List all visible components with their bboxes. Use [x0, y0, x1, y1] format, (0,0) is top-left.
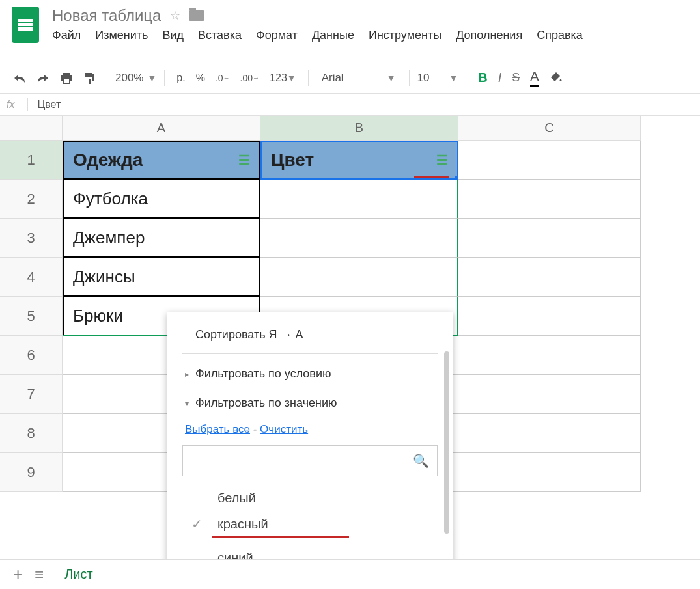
sheet-bar: + ≡ Лист [0, 559, 700, 589]
select-all-link[interactable]: Выбрать все [185, 423, 250, 435]
scrollbar[interactable] [444, 351, 449, 534]
menu-file[interactable]: Файл [52, 29, 81, 42]
svg-rect-4 [92, 74, 94, 81]
menu-edit[interactable]: Изменить [95, 29, 148, 42]
filter-icon[interactable]: ☰ [436, 154, 448, 167]
header-a-label: Одежда [73, 150, 143, 171]
chevron-down-icon: ▼ [147, 73, 156, 83]
menu-tools[interactable]: Инструменты [369, 29, 441, 42]
row-header-9[interactable]: 9 [0, 453, 63, 492]
annotation-underline [414, 176, 449, 178]
search-icon[interactable]: 🔍 [413, 453, 429, 469]
divider [182, 353, 438, 354]
header: Новая таблица ☆ Файл Изменить Вид Вставк… [0, 0, 700, 62]
annotation-underline [212, 536, 349, 538]
menu-help[interactable]: Справка [537, 29, 583, 42]
redo-icon[interactable] [33, 70, 53, 86]
filter-search-input[interactable]: 🔍 [182, 445, 438, 476]
cell-c2[interactable] [458, 180, 641, 219]
row-header-4[interactable]: 4 [0, 258, 63, 297]
italic-button[interactable]: I [494, 68, 506, 88]
doc-title[interactable]: Новая таблица [52, 7, 161, 25]
formula-value[interactable]: Цвет [37, 99, 61, 111]
row-header-1[interactable]: 1 [0, 141, 63, 180]
menu-view[interactable]: Вид [162, 29, 184, 42]
clear-link[interactable]: Очистить [260, 423, 308, 435]
filter-value-item[interactable]: ✓ красный [182, 511, 438, 537]
fill-color-button[interactable] [546, 68, 568, 88]
bold-button[interactable]: B [474, 68, 491, 88]
select-all-corner[interactable] [0, 116, 63, 141]
menu-format[interactable]: Формат [256, 29, 298, 42]
cell-a2[interactable]: Футболка [63, 180, 260, 219]
cell-c1[interactable] [458, 141, 641, 180]
text-color-button[interactable]: A [526, 66, 542, 90]
col-header-c[interactable]: C [458, 116, 641, 141]
triangle-right-icon: ▸ [185, 370, 189, 379]
currency-button[interactable]: р. [173, 70, 189, 87]
strike-button[interactable]: S [508, 68, 524, 87]
cell-c5[interactable] [458, 297, 641, 336]
filter-value-item[interactable]: белый [182, 486, 438, 511]
add-sheet-button[interactable]: + [13, 564, 23, 584]
dec-decimal-button[interactable]: .0← [212, 70, 234, 86]
print-icon[interactable] [56, 70, 77, 87]
menubar: Файл Изменить Вид Вставка Формат Данные … [52, 29, 688, 42]
row-header-6[interactable]: 6 [0, 336, 63, 375]
row-header-2[interactable]: 2 [0, 180, 63, 219]
undo-icon[interactable] [9, 70, 30, 86]
row-header-3[interactable]: 3 [0, 219, 63, 258]
text-cursor [191, 453, 191, 469]
cell-c4[interactable] [458, 258, 641, 297]
filter-icon[interactable]: ☰ [238, 154, 250, 167]
sort-za[interactable]: Сортировать Я → А [167, 322, 453, 348]
svg-rect-2 [63, 79, 70, 83]
row-header-7[interactable]: 7 [0, 375, 63, 414]
cell-a1[interactable]: Одежда ☰ [63, 141, 260, 180]
filter-value-list: белый ✓ красный синий [167, 486, 453, 571]
col-header-a[interactable]: A [63, 116, 260, 141]
svg-rect-5 [89, 79, 91, 84]
row-header-5[interactable]: 5 [0, 297, 63, 336]
cell-a4[interactable]: Джинсы [63, 258, 260, 297]
cell-c3[interactable] [458, 219, 641, 258]
filter-by-condition[interactable]: ▸ Фильтровать по условию [167, 359, 453, 389]
star-icon[interactable]: ☆ [170, 8, 180, 23]
svg-rect-3 [85, 73, 92, 77]
cell-b2[interactable] [260, 180, 458, 219]
app-logo[interactable] [12, 7, 39, 43]
sheet-tab[interactable]: Лист [55, 562, 102, 587]
num-format-select[interactable]: 123▼ [266, 70, 300, 87]
filter-by-value[interactable]: ▾ Фильтровать по значению [167, 389, 453, 418]
header-b-label: Цвет [271, 150, 314, 171]
filter-popup: Сортировать Я → А ▸ Фильтровать по услов… [167, 312, 453, 589]
row-header-8[interactable]: 8 [0, 414, 63, 453]
cell-c7[interactable] [458, 375, 641, 414]
formula-bar[interactable]: fx Цвет [0, 94, 700, 116]
cell-b4[interactable] [260, 258, 458, 297]
cell-c9[interactable] [458, 453, 641, 492]
toolbar: 200%▼ р. % .0← .00→ 123▼ Arial▼ 10▼ B I … [0, 62, 700, 94]
all-sheets-button[interactable]: ≡ [35, 566, 44, 584]
cell-a3[interactable]: Джемпер [63, 219, 260, 258]
percent-button[interactable]: % [192, 70, 209, 87]
spreadsheet-grid: A B C 1 Одежда ☰ Цвет ☰ 2 Футболка 3 Дже… [0, 116, 700, 492]
svg-rect-0 [63, 73, 70, 75]
menu-data[interactable]: Данные [312, 29, 354, 42]
check-icon: ✓ [191, 516, 206, 532]
font-size-select[interactable]: 10▼ [417, 72, 458, 85]
cell-c8[interactable] [458, 414, 641, 453]
font-select[interactable]: Arial▼ [316, 72, 401, 85]
inc-decimal-button[interactable]: .00→ [236, 70, 263, 86]
folder-icon[interactable] [189, 10, 204, 21]
paint-format-icon[interactable] [79, 69, 99, 87]
cell-c6[interactable] [458, 336, 641, 375]
menu-insert[interactable]: Вставка [198, 29, 242, 42]
col-header-b[interactable]: B [260, 116, 458, 141]
zoom-select[interactable]: 200%▼ [115, 72, 156, 85]
fx-label: fx [7, 99, 14, 111]
triangle-down-icon: ▾ [185, 399, 189, 408]
cell-b1[interactable]: Цвет ☰ [260, 141, 458, 180]
menu-addons[interactable]: Дополнения [456, 29, 522, 42]
cell-b3[interactable] [260, 219, 458, 258]
